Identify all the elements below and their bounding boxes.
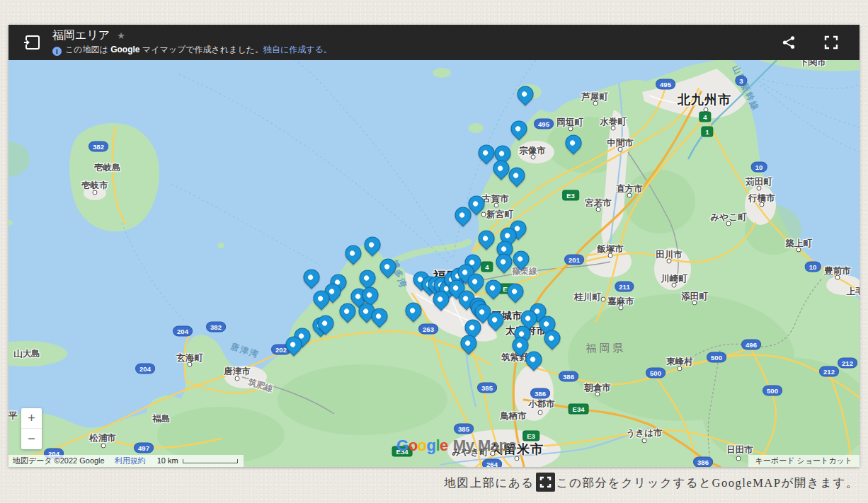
city-dot: [835, 275, 840, 280]
map-terrain: {"":""}: [8, 60, 860, 467]
subtitle-text: この地図は: [65, 45, 110, 54]
route-shield: 204: [173, 326, 193, 337]
city-dot: [796, 248, 801, 253]
zoom-out-button[interactable]: −: [21, 429, 42, 449]
map-label: 松浦市: [89, 432, 116, 444]
city-dot: [515, 456, 520, 461]
terms-link[interactable]: 利用規約: [115, 456, 146, 465]
route-shield: 385: [454, 424, 474, 434]
map-label: 上毛: [847, 286, 860, 298]
city-dot: [618, 147, 623, 152]
city-dot: [596, 207, 601, 212]
route-shield: 204: [135, 364, 155, 374]
route-shield: E34: [569, 404, 589, 415]
route-shield: 212: [838, 358, 857, 369]
city-dot: [531, 155, 536, 160]
zoom-control: + −: [21, 408, 42, 449]
caption-after: この部分をクリックするとGoogleMAPが開きます。: [556, 476, 859, 490]
map-label: 鳥栖市: [500, 410, 527, 422]
city-dot: [569, 127, 573, 132]
my-maps-label: My Maps: [453, 436, 516, 454]
city-dot: [726, 221, 731, 226]
city-dot: [667, 259, 672, 264]
route-shield: 4: [481, 262, 493, 272]
city-dot: [595, 392, 600, 397]
route-shield: 211: [615, 282, 634, 292]
city-dot: [692, 301, 697, 306]
route-shield: 386: [559, 371, 578, 382]
route-shield: 201: [564, 255, 584, 265]
city-dot: [93, 190, 98, 195]
route-shield: 500: [763, 386, 782, 396]
route-shield: 385: [477, 383, 497, 393]
mymaps-embed-frame: 福岡エリア★ iこの地図は Google マイマップで作成されました。独自に作成…: [8, 25, 860, 467]
city-dot: [619, 306, 624, 311]
city-dot: [601, 297, 606, 302]
city-dot: [760, 202, 765, 207]
scale-label: 10 km: [157, 456, 178, 465]
star-icon: ★: [117, 30, 125, 41]
caption-before: 地図上部にある: [445, 476, 535, 490]
map-label: 山大島: [13, 348, 40, 360]
map-label: 平: [8, 410, 17, 422]
share-icon[interactable]: [782, 35, 796, 50]
city-dot: [608, 253, 613, 258]
map-label: 北九州市: [678, 91, 731, 108]
city-dot: [627, 193, 632, 198]
route-shield: 495: [534, 119, 554, 129]
route-shield: 495: [656, 79, 675, 90]
map-label: 福島: [153, 413, 171, 425]
zoom-in-button[interactable]: +: [21, 408, 42, 429]
route-shield: 386: [530, 388, 550, 399]
city-dot: [672, 283, 677, 288]
map-label: うきは市: [627, 427, 663, 439]
caption-fullscreen-icon: [536, 473, 555, 492]
map-canvas[interactable]: {"":""}: [8, 60, 860, 467]
city-dot: [736, 456, 741, 461]
route-shield: 3: [735, 76, 747, 86]
map-label: 新宮町: [486, 209, 513, 221]
map-label: 下関市: [799, 60, 826, 69]
route-shield: 382: [206, 322, 226, 333]
route-shield: 500: [646, 368, 666, 378]
city-dot: [235, 376, 240, 381]
route-shield: 10: [805, 262, 821, 272]
scale-bar: [183, 459, 238, 463]
open-side-panel-icon[interactable]: [23, 33, 41, 52]
route-shield: 264: [482, 459, 502, 468]
route-shield: E3: [522, 431, 539, 441]
route-shield: 1: [701, 127, 713, 137]
city-dot: [538, 410, 543, 415]
route-shield: 212: [819, 366, 839, 377]
subtitle-google: Google: [110, 45, 139, 54]
route-shield: 500: [707, 352, 726, 363]
route-shield: 263: [418, 324, 438, 335]
google-my-maps-watermark[interactable]: GoogleMy Maps: [396, 436, 516, 455]
city-dot: [481, 212, 486, 217]
subtitle-suffix: マイマップで作成されました。: [140, 45, 263, 54]
create-own-map-link[interactable]: 独自に作成する。: [263, 45, 332, 54]
fullscreen-icon[interactable]: [824, 35, 838, 50]
city-dot: [611, 126, 616, 131]
map-label: 小郡市: [528, 398, 555, 410]
route-shield: E3: [562, 190, 579, 201]
google-logo: Google: [396, 436, 448, 454]
route-shield: 382: [88, 141, 108, 152]
map-data-credit: 地図データ ©2022 Google: [13, 456, 105, 465]
route-shield: 4: [699, 112, 711, 122]
city-dot: [101, 444, 106, 449]
info-icon[interactable]: i: [52, 47, 62, 56]
keyboard-shortcuts-button[interactable]: キーボード ショートカット: [748, 455, 860, 467]
map-label: 日田市: [726, 444, 753, 456]
city-dot: [188, 362, 193, 367]
city-dot: [494, 203, 499, 208]
map-attribution: 地図データ ©2022 Google利用規約10 km: [8, 455, 244, 467]
city-dot: [593, 101, 598, 106]
city-dot: [678, 366, 683, 371]
page-caption: 地図上部にあるこの部分をクリックするとGoogleMAPが開きます。: [445, 471, 859, 495]
map-label: 壱岐島: [94, 162, 121, 174]
route-shield: 497: [134, 443, 154, 453]
map-header: 福岡エリア★ iこの地図は Google マイマップで作成されました。独自に作成…: [8, 25, 860, 60]
map-title[interactable]: 福岡エリア: [52, 29, 110, 41]
map-label: 桂川町: [574, 291, 601, 303]
